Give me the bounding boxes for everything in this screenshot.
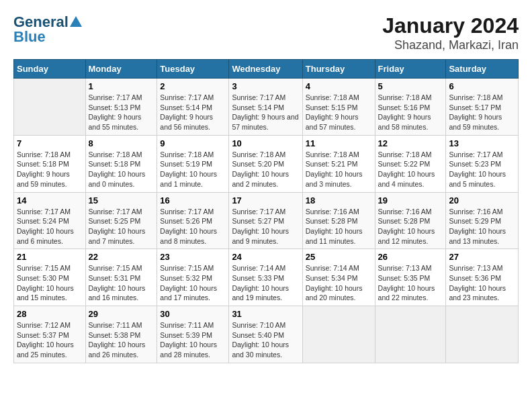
page-title: January 2024 [382, 13, 519, 38]
day-number: 12 [378, 138, 443, 148]
day-number: 26 [378, 252, 443, 262]
day-detail: Sunrise: 7:13 AMSunset: 5:36 PMDaylight:… [449, 263, 515, 303]
calendar-cell: 8Sunrise: 7:18 AMSunset: 5:18 PMDaylight… [85, 135, 157, 192]
calendar-cell: 10Sunrise: 7:18 AMSunset: 5:20 PMDayligh… [229, 135, 302, 192]
calendar-cell: 11Sunrise: 7:18 AMSunset: 5:21 PMDayligh… [302, 135, 375, 192]
day-number: 4 [306, 81, 372, 91]
calendar-cell [446, 306, 519, 363]
day-detail: Sunrise: 7:17 AMSunset: 5:14 PMDaylight:… [232, 93, 299, 132]
calendar-cell: 3Sunrise: 7:17 AMSunset: 5:14 PMDaylight… [229, 79, 302, 136]
day-detail: Sunrise: 7:17 AMSunset: 5:26 PMDaylight:… [160, 207, 226, 246]
weekday-header-sunday: Sunday [14, 60, 86, 79]
calendar-cell: 26Sunrise: 7:13 AMSunset: 5:35 PMDayligh… [375, 249, 446, 306]
calendar-cell: 22Sunrise: 7:15 AMSunset: 5:31 PMDayligh… [85, 249, 157, 306]
day-number: 8 [89, 138, 154, 148]
calendar-table: SundayMondayTuesdayWednesdayThursdayFrid… [13, 59, 519, 363]
day-number: 17 [232, 195, 299, 205]
svg-marker-0 [70, 16, 82, 27]
weekday-header-saturday: Saturday [446, 60, 519, 79]
day-detail: Sunrise: 7:17 AMSunset: 5:14 PMDaylight:… [160, 93, 226, 132]
title-block: January 2024 Shazand, Markazi, Iran [382, 13, 519, 52]
logo-blue: Blue [13, 28, 46, 46]
day-number: 31 [232, 309, 299, 319]
day-detail: Sunrise: 7:11 AMSunset: 5:39 PMDaylight:… [160, 320, 226, 360]
calendar-cell: 14Sunrise: 7:17 AMSunset: 5:24 PMDayligh… [14, 192, 86, 249]
day-number: 20 [449, 195, 515, 205]
day-number: 23 [160, 252, 226, 262]
calendar-week-row: 14Sunrise: 7:17 AMSunset: 5:24 PMDayligh… [14, 192, 519, 249]
day-detail: Sunrise: 7:12 AMSunset: 5:37 PMDaylight:… [17, 320, 83, 360]
day-number: 5 [378, 81, 443, 91]
calendar-cell: 1Sunrise: 7:17 AMSunset: 5:13 PMDaylight… [85, 79, 157, 136]
day-detail: Sunrise: 7:17 AMSunset: 5:23 PMDaylight:… [449, 150, 515, 189]
calendar-cell: 25Sunrise: 7:14 AMSunset: 5:34 PMDayligh… [302, 249, 375, 306]
day-number: 16 [160, 195, 226, 205]
day-detail: Sunrise: 7:16 AMSunset: 5:28 PMDaylight:… [378, 207, 443, 246]
day-number: 10 [232, 138, 299, 148]
day-detail: Sunrise: 7:17 AMSunset: 5:27 PMDaylight:… [232, 207, 299, 246]
calendar-cell: 31Sunrise: 7:10 AMSunset: 5:40 PMDayligh… [229, 306, 302, 363]
calendar-cell: 5Sunrise: 7:18 AMSunset: 5:16 PMDaylight… [375, 79, 446, 136]
calendar-cell: 23Sunrise: 7:15 AMSunset: 5:32 PMDayligh… [157, 249, 229, 306]
day-detail: Sunrise: 7:17 AMSunset: 5:24 PMDaylight:… [17, 207, 83, 246]
day-number: 28 [17, 309, 83, 319]
calendar-week-row: 28Sunrise: 7:12 AMSunset: 5:37 PMDayligh… [14, 306, 519, 363]
day-number: 3 [232, 81, 299, 91]
calendar-cell: 6Sunrise: 7:18 AMSunset: 5:17 PMDaylight… [446, 79, 519, 136]
page-header: General Blue January 2024 Shazand, Marka… [13, 13, 519, 52]
day-number: 11 [306, 138, 372, 148]
day-detail: Sunrise: 7:18 AMSunset: 5:18 PMDaylight:… [17, 150, 83, 189]
day-number: 1 [89, 81, 154, 91]
day-number: 18 [306, 195, 372, 205]
calendar-cell: 4Sunrise: 7:18 AMSunset: 5:15 PMDaylight… [302, 79, 375, 136]
calendar-cell: 13Sunrise: 7:17 AMSunset: 5:23 PMDayligh… [446, 135, 519, 192]
calendar-cell: 19Sunrise: 7:16 AMSunset: 5:28 PMDayligh… [375, 192, 446, 249]
weekday-header-row: SundayMondayTuesdayWednesdayThursdayFrid… [14, 60, 519, 79]
weekday-header-monday: Monday [85, 60, 157, 79]
day-detail: Sunrise: 7:15 AMSunset: 5:32 PMDaylight:… [160, 263, 226, 303]
day-detail: Sunrise: 7:15 AMSunset: 5:30 PMDaylight:… [17, 263, 83, 303]
weekday-header-tuesday: Tuesday [157, 60, 229, 79]
day-detail: Sunrise: 7:18 AMSunset: 5:21 PMDaylight:… [306, 150, 372, 189]
day-detail: Sunrise: 7:18 AMSunset: 5:15 PMDaylight:… [306, 93, 372, 132]
day-detail: Sunrise: 7:18 AMSunset: 5:16 PMDaylight:… [378, 93, 443, 132]
calendar-cell [375, 306, 446, 363]
day-number: 24 [232, 252, 299, 262]
day-detail: Sunrise: 7:18 AMSunset: 5:17 PMDaylight:… [449, 93, 515, 132]
calendar-cell: 9Sunrise: 7:18 AMSunset: 5:19 PMDaylight… [157, 135, 229, 192]
weekday-header-friday: Friday [375, 60, 446, 79]
logo-icon [70, 15, 82, 27]
day-number: 27 [449, 252, 515, 262]
calendar-week-row: 1Sunrise: 7:17 AMSunset: 5:13 PMDaylight… [14, 79, 519, 136]
day-number: 2 [160, 81, 226, 91]
calendar-week-row: 21Sunrise: 7:15 AMSunset: 5:30 PMDayligh… [14, 249, 519, 306]
day-number: 29 [89, 309, 154, 319]
day-detail: Sunrise: 7:17 AMSunset: 5:25 PMDaylight:… [89, 207, 154, 246]
calendar-cell: 12Sunrise: 7:18 AMSunset: 5:22 PMDayligh… [375, 135, 446, 192]
calendar-cell: 2Sunrise: 7:17 AMSunset: 5:14 PMDaylight… [157, 79, 229, 136]
day-number: 25 [306, 252, 372, 262]
calendar-cell: 16Sunrise: 7:17 AMSunset: 5:26 PMDayligh… [157, 192, 229, 249]
day-detail: Sunrise: 7:15 AMSunset: 5:31 PMDaylight:… [89, 263, 154, 303]
calendar-cell: 21Sunrise: 7:15 AMSunset: 5:30 PMDayligh… [14, 249, 86, 306]
logo: General Blue [13, 13, 82, 46]
weekday-header-thursday: Thursday [302, 60, 375, 79]
day-detail: Sunrise: 7:18 AMSunset: 5:19 PMDaylight:… [160, 150, 226, 189]
calendar-cell [14, 79, 86, 136]
day-number: 13 [449, 138, 515, 148]
page-subtitle: Shazand, Markazi, Iran [382, 38, 519, 52]
day-detail: Sunrise: 7:11 AMSunset: 5:38 PMDaylight:… [89, 320, 154, 360]
calendar-cell: 18Sunrise: 7:16 AMSunset: 5:28 PMDayligh… [302, 192, 375, 249]
day-number: 7 [17, 138, 83, 148]
day-number: 19 [378, 195, 443, 205]
day-detail: Sunrise: 7:14 AMSunset: 5:33 PMDaylight:… [232, 263, 299, 303]
calendar-cell: 29Sunrise: 7:11 AMSunset: 5:38 PMDayligh… [85, 306, 157, 363]
day-number: 9 [160, 138, 226, 148]
day-detail: Sunrise: 7:18 AMSunset: 5:22 PMDaylight:… [378, 150, 443, 189]
day-number: 21 [17, 252, 83, 262]
calendar-cell: 30Sunrise: 7:11 AMSunset: 5:39 PMDayligh… [157, 306, 229, 363]
calendar-cell: 20Sunrise: 7:16 AMSunset: 5:29 PMDayligh… [446, 192, 519, 249]
weekday-header-wednesday: Wednesday [229, 60, 302, 79]
day-detail: Sunrise: 7:17 AMSunset: 5:13 PMDaylight:… [89, 93, 154, 132]
day-number: 22 [89, 252, 154, 262]
